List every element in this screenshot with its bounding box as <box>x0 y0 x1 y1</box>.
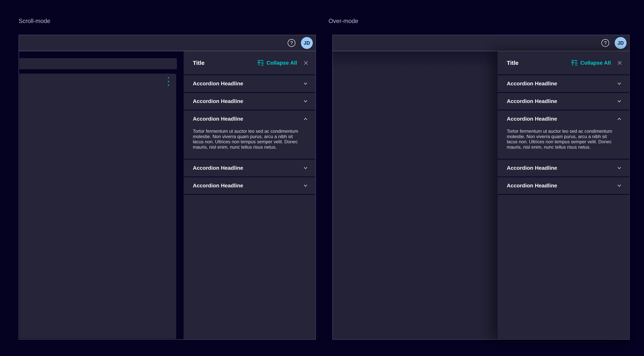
accordion-item: Accordion Headline <box>498 160 629 177</box>
accordion-header[interactable]: Accordion Headline <box>498 177 629 194</box>
chevron-down-icon <box>616 183 622 189</box>
accordion-headline: Accordion Headline <box>507 183 616 189</box>
help-button[interactable]: ? <box>287 39 296 47</box>
chevron-down-icon <box>302 165 308 171</box>
accordion-item: Accordion Headline <box>498 93 629 111</box>
accordion-header[interactable]: Accordion Headline <box>498 160 629 176</box>
svg-text:?: ? <box>290 40 293 46</box>
card-menu-button[interactable] <box>166 76 170 87</box>
accordion-headline: Accordion Headline <box>507 165 616 171</box>
collapse-all-label: Collapse All <box>580 60 611 66</box>
accordion-item: Accordion HeadlineTortor fermentum ut au… <box>498 111 629 160</box>
panel-title: Title <box>507 60 570 66</box>
chevron-up-icon <box>302 116 308 122</box>
kebab-vertical-icon <box>168 77 169 86</box>
panel-title: Title <box>193 60 257 66</box>
question-mark-circle-icon: ? <box>601 39 610 47</box>
accordion-item: Accordion Headline <box>184 160 316 177</box>
close-icon <box>303 60 309 66</box>
accordion-headline: Accordion Headline <box>193 81 302 87</box>
accordion-header[interactable]: Accordion Headline <box>184 111 316 127</box>
side-panel: TitleCollapse AllAccordion HeadlineAccor… <box>184 51 316 339</box>
accordion-item: Accordion Headline <box>184 75 316 93</box>
accordion-item: Accordion Headline <box>184 177 316 195</box>
content-placeholder-bar <box>19 58 177 69</box>
collapse-all-icon <box>570 59 578 67</box>
app-window-scroll-mode: ? JD TitleCollapse AllAccordion Headline… <box>18 35 316 340</box>
collapse-all-button[interactable]: Collapse All <box>570 59 611 67</box>
accordion-item: Accordion Headline <box>498 177 629 195</box>
side-panel: TitleCollapse AllAccordion HeadlineAccor… <box>497 51 629 339</box>
help-button[interactable]: ? <box>601 39 610 47</box>
app-header: ? JD <box>19 35 316 51</box>
question-mark-circle-icon: ? <box>287 39 296 47</box>
content-placeholder-card <box>19 74 176 339</box>
svg-text:?: ? <box>604 40 606 46</box>
collapse-all-button[interactable]: Collapse All <box>257 59 297 67</box>
accordion-list: Accordion HeadlineAccordion HeadlineAcco… <box>184 74 316 195</box>
accordion-headline: Accordion Headline <box>193 183 302 189</box>
chevron-down-icon <box>302 183 308 189</box>
app-window-over-mode: ? JD TitleCollapse AllAccordion Headline… <box>332 35 630 340</box>
accordion-body: Tortor fermentum ut auctor leo sed ac co… <box>498 127 629 159</box>
accordion-headline: Accordion Headline <box>193 98 302 104</box>
design-canvas: Scroll-mode Over-mode ? JD Title <box>0 0 644 356</box>
panel-header: TitleCollapse All <box>498 51 629 74</box>
panel-close-button[interactable] <box>303 60 309 66</box>
accordion-header[interactable]: Accordion Headline <box>184 177 316 194</box>
over-mode-label: Over-mode <box>328 18 358 25</box>
accordion-headline: Accordion Headline <box>507 98 616 104</box>
accordion-headline: Accordion Headline <box>507 116 616 122</box>
accordion-headline: Accordion Headline <box>193 165 302 171</box>
panel-close-button[interactable] <box>616 60 623 66</box>
user-avatar[interactable]: JD <box>301 37 313 49</box>
accordion-item: Accordion HeadlineTortor fermentum ut au… <box>184 111 316 160</box>
chevron-down-icon <box>616 98 622 104</box>
accordion-list: Accordion HeadlineAccordion HeadlineAcco… <box>498 74 629 195</box>
accordion-header[interactable]: Accordion Headline <box>184 160 316 176</box>
accordion-headline: Accordion Headline <box>507 81 616 87</box>
collapse-all-icon <box>257 59 264 67</box>
chevron-down-icon <box>302 98 308 104</box>
accordion-header[interactable]: Accordion Headline <box>184 75 316 92</box>
accordion-item: Accordion Headline <box>184 93 316 111</box>
chevron-down-icon <box>616 81 622 87</box>
panel-header: TitleCollapse All <box>184 51 316 74</box>
accordion-item: Accordion Headline <box>498 75 629 93</box>
chevron-up-icon <box>616 116 622 122</box>
accordion-header[interactable]: Accordion Headline <box>184 93 316 110</box>
accordion-header[interactable]: Accordion Headline <box>498 75 629 92</box>
scroll-mode-label: Scroll-mode <box>18 18 50 25</box>
user-avatar[interactable]: JD <box>615 37 626 49</box>
accordion-header[interactable]: Accordion Headline <box>498 93 629 110</box>
accordion-body: Tortor fermentum ut auctor leo sed ac co… <box>184 127 316 159</box>
chevron-down-icon <box>302 81 308 87</box>
chevron-down-icon <box>616 165 622 171</box>
collapse-all-label: Collapse All <box>266 60 297 66</box>
close-icon <box>616 60 623 66</box>
accordion-header[interactable]: Accordion Headline <box>498 111 629 127</box>
accordion-headline: Accordion Headline <box>193 116 302 122</box>
app-header: ? JD <box>333 35 629 51</box>
